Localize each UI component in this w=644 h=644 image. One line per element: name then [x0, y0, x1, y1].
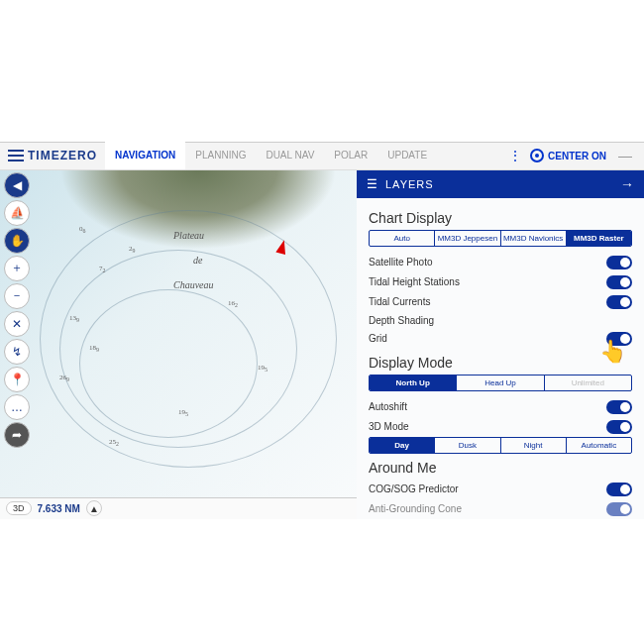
tab-navigation[interactable]: NAVIGATION	[105, 142, 185, 169]
tab-planning[interactable]: PLANNING	[185, 142, 256, 169]
center-on-button[interactable]: CENTER ON	[530, 149, 606, 162]
layers-body: Chart Display Auto MM3D Jeppesen MM3D Na…	[357, 198, 644, 519]
boat-tool-icon[interactable]: ⛵	[4, 200, 30, 226]
tab-dual-nav[interactable]: DUAL NAV	[256, 142, 324, 169]
seg-north-up[interactable]: North Up	[370, 376, 457, 390]
daynight-segmented: Day Dusk Night Automatic	[369, 437, 632, 454]
chart-source-segmented: Auto MM3D Jeppesen MM3D Navionics MM3D R…	[369, 230, 632, 247]
row-cog-sog: COG/SOG Predictor	[369, 480, 632, 499]
section-display-mode: Display Mode	[369, 355, 632, 371]
toggle-autoshift[interactable]	[606, 400, 632, 414]
zoom-in-icon[interactable]: ＋	[4, 256, 30, 281]
brand-text: TIMEZERO	[28, 149, 97, 162]
seg-navionics[interactable]: MM3D Navionics	[501, 231, 567, 246]
toggle-anti-grounding[interactable]	[606, 502, 632, 516]
toggle-grid[interactable]	[606, 332, 632, 346]
row-tidal-height: Tidal Height Stations	[369, 272, 632, 292]
row-grid: Grid	[369, 329, 632, 349]
chart-label-de: de	[193, 255, 202, 266]
divider-tool-icon[interactable]: ✕	[4, 311, 30, 337]
seg-unlimited[interactable]: Unlimited	[545, 376, 631, 390]
row-anti-grounding: Anti-Grounding Cone	[369, 499, 632, 519]
tool-column: ◀ ⛵ ✋ ＋ － ✕ ↯ 📍 … ➦	[4, 172, 30, 448]
toggle-tidal-currents[interactable]	[606, 295, 632, 309]
back-button[interactable]: ◀	[4, 172, 30, 198]
seg-jeppesen[interactable]: MM3D Jeppesen	[435, 231, 500, 246]
main-area: Plateau de Chauveau 06 29 72 139 189 269…	[0, 170, 644, 519]
share-tool-icon[interactable]: ➦	[4, 422, 30, 448]
target-icon	[530, 149, 544, 162]
row-3d-mode: 3D Mode	[369, 417, 632, 437]
logo-icon	[8, 148, 24, 163]
toggle-cog-sog[interactable]	[606, 483, 632, 496]
tab-polar[interactable]: POLAR	[324, 142, 377, 169]
orientation-segmented: North Up Head Up Unlimited	[369, 375, 632, 391]
seg-raster[interactable]: MM3D Raster	[567, 231, 631, 246]
section-chart-display: Chart Display	[369, 210, 632, 226]
seg-auto[interactable]: Auto	[370, 231, 435, 246]
route-tool-icon[interactable]: ↯	[4, 339, 30, 365]
brand-logo: TIMEZERO	[0, 148, 105, 163]
layers-header: ☰ LAYERS →	[357, 170, 644, 198]
center-on-label: CENTER ON	[548, 151, 606, 161]
pan-tool-icon[interactable]: ✋	[4, 228, 30, 254]
seg-night[interactable]: Night	[501, 438, 567, 453]
toggle-satellite-photo[interactable]	[606, 256, 632, 269]
row-autoshift: Autoshift	[369, 397, 632, 417]
topbar-right: ⋮ CENTER ON —	[508, 148, 644, 163]
section-around-me: Around Me	[369, 460, 632, 476]
minimize-button[interactable]: —	[614, 148, 636, 163]
app-window: TIMEZERO NAVIGATION PLANNING DUAL NAV PO…	[0, 142, 644, 503]
layers-panel: ☰ LAYERS → Chart Display Auto MM3D Jeppe…	[357, 170, 644, 519]
panel-collapse-icon[interactable]: →	[620, 176, 634, 192]
zoom-out-icon[interactable]: －	[4, 283, 30, 309]
seg-day[interactable]: Day	[370, 438, 435, 453]
nautical-chart[interactable]: Plateau de Chauveau 06 29 72 139 189 269…	[0, 170, 357, 519]
layers-title: LAYERS	[385, 178, 612, 190]
toggle-3d-mode[interactable]	[606, 420, 632, 434]
nav-tabs: NAVIGATION PLANNING DUAL NAV POLAR UPDAT…	[105, 142, 437, 169]
tab-update[interactable]: UPDATE	[377, 142, 437, 169]
layers-icon: ☰	[367, 177, 377, 191]
3d-toggle[interactable]: 3D	[6, 501, 32, 515]
seg-automatic[interactable]: Automatic	[567, 438, 631, 453]
seg-head-up[interactable]: Head Up	[457, 376, 544, 390]
row-tidal-currents: Tidal Currents	[369, 292, 632, 312]
chart-label-chauveau: Chauveau	[173, 279, 214, 290]
more-tools-icon[interactable]: …	[4, 394, 30, 420]
more-menu-icon[interactable]: ⋮	[508, 148, 522, 163]
north-indicator-icon[interactable]: ▲	[86, 500, 102, 516]
distance-readout: 7.633 NM	[38, 503, 80, 514]
seg-dusk[interactable]: Dusk	[435, 438, 500, 453]
top-bar: TIMEZERO NAVIGATION PLANNING DUAL NAV PO…	[0, 143, 644, 170]
mark-tool-icon[interactable]: 📍	[4, 367, 30, 392]
status-bar: 3D 7.633 NM ▲	[0, 497, 357, 519]
row-depth-shading: Depth Shading	[369, 312, 632, 329]
chart-label-plateau: Plateau	[173, 230, 204, 241]
row-satellite-photo: Satellite Photo	[369, 253, 632, 272]
toggle-tidal-height[interactable]	[606, 275, 632, 289]
